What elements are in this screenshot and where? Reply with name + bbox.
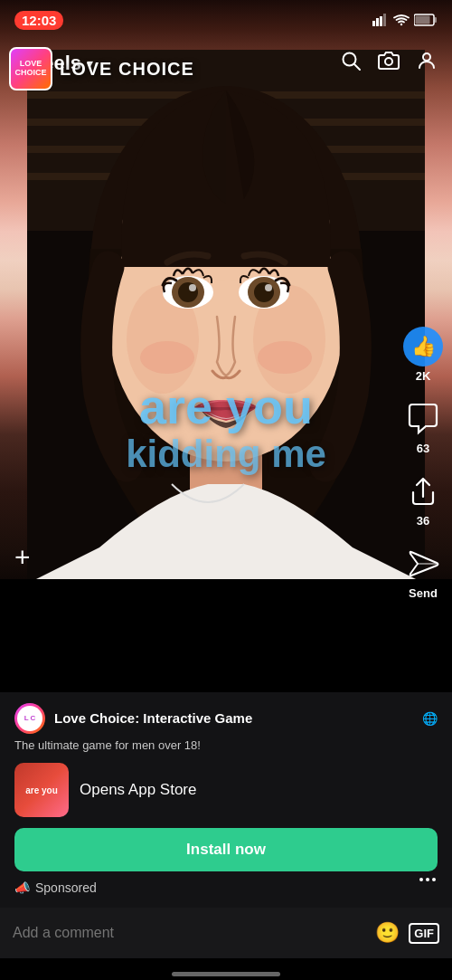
svg-point-32	[258, 341, 312, 374]
svg-rect-6	[416, 16, 430, 24]
like-count: 2K	[416, 369, 431, 383]
svg-line-8	[354, 64, 360, 70]
install-now-button[interactable]: Install now	[14, 828, 438, 871]
comment-action[interactable]: 63	[403, 399, 443, 455]
search-button[interactable]	[340, 50, 362, 77]
thumbs-up-icon: 👍	[411, 335, 436, 358]
ad-game-title: Love Choice: Interactive Game	[54, 710, 413, 726]
game-logo-badge: LOVE CHOICE	[9, 47, 52, 90]
video-overlay-text: are you kidding me	[0, 380, 452, 476]
send-icon[interactable]	[403, 544, 443, 584]
game-logo-area: LOVE CHOICE LOVE CHOICE	[9, 47, 194, 90]
ad-app-row: are you Opens App Store	[14, 763, 438, 817]
status-bar: 12:03	[0, 0, 452, 40]
svg-rect-3	[383, 14, 386, 26]
share-icon[interactable]	[403, 471, 443, 511]
svg-point-31	[140, 341, 194, 374]
svg-rect-2	[380, 16, 382, 26]
overlay-line1: are you	[0, 380, 452, 433]
status-time: 12:03	[14, 11, 63, 30]
ad-logo-inner: L C	[17, 706, 42, 731]
action-sidebar: 👍 2K 63 36 Send	[403, 327, 443, 600]
signal-icon	[372, 14, 389, 26]
camera-button[interactable]	[378, 50, 400, 77]
sponsored-row: 📣 Sponsored	[14, 880, 438, 895]
send-action[interactable]: Send	[403, 544, 443, 600]
comment-input[interactable]	[13, 925, 366, 941]
share-count: 36	[417, 514, 429, 528]
emoji-button[interactable]: 🙂	[375, 921, 400, 945]
ad-logo: L C	[14, 703, 45, 734]
sponsored-megaphone-icon: 📣	[14, 880, 30, 895]
comment-bar: 🙂 GIF	[0, 908, 452, 958]
wifi-icon	[393, 14, 410, 26]
svg-point-36	[432, 878, 436, 881]
sponsored-label: Sponsored	[35, 880, 97, 895]
svg-point-35	[426, 878, 429, 881]
game-title-header: LOVE CHOICE	[60, 59, 194, 80]
ad-app-store-text: Opens App Store	[80, 781, 196, 799]
svg-point-10	[423, 53, 430, 61]
svg-point-34	[419, 878, 423, 881]
share-action[interactable]: 36	[403, 471, 443, 528]
ad-description: The ultimate game for men over 18!	[14, 737, 438, 754]
face-illustration	[27, 50, 425, 579]
like-icon-circle[interactable]: 👍	[403, 327, 443, 366]
comment-icon[interactable]	[403, 399, 443, 439]
like-action[interactable]: 👍 2K	[403, 327, 443, 383]
overlay-line2: kidding me	[0, 433, 452, 475]
home-indicator	[172, 972, 280, 976]
battery-icon	[414, 14, 438, 26]
svg-point-9	[385, 58, 392, 65]
ad-app-thumb-label: are you	[22, 781, 61, 800]
gif-button[interactable]: GIF	[409, 923, 439, 944]
profile-button[interactable]	[416, 50, 438, 77]
game-logo-text: LOVE CHOICE	[14, 60, 46, 78]
svg-rect-0	[372, 21, 375, 26]
globe-icon: 🌐	[422, 711, 438, 726]
svg-point-30	[265, 284, 272, 291]
plus-button[interactable]: +	[14, 542, 31, 573]
nav-right	[340, 50, 438, 77]
svg-point-26	[189, 284, 196, 291]
status-icons	[372, 14, 438, 26]
more-options-button[interactable]	[418, 870, 438, 894]
comment-count: 63	[417, 442, 429, 455]
ad-app-thumbnail: are you	[14, 763, 69, 817]
ad-panel: L C Love Choice: Interactive Game 🌐 The …	[0, 692, 452, 908]
svg-rect-1	[376, 18, 379, 26]
ad-header: L C Love Choice: Interactive Game 🌐	[14, 703, 438, 734]
svg-rect-5	[435, 17, 438, 23]
send-label: Send	[409, 586, 438, 600]
